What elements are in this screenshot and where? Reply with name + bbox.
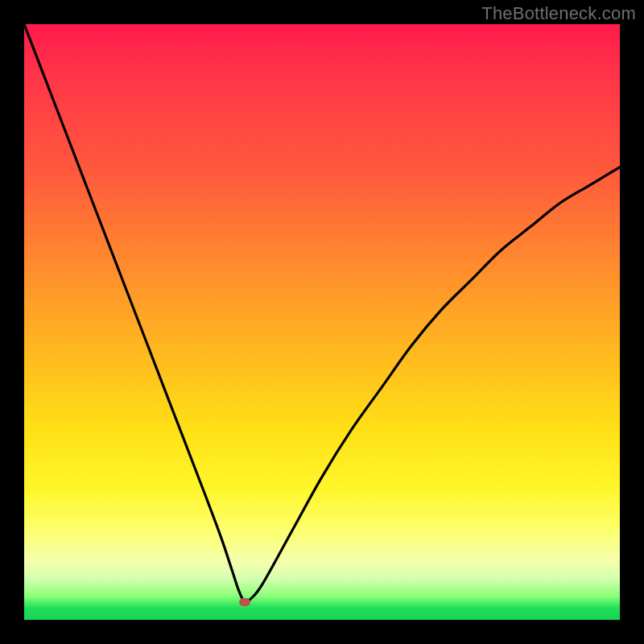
chart-frame: TheBottleneck.com <box>0 0 644 644</box>
bottleneck-curve <box>24 24 620 620</box>
optimum-marker <box>239 598 250 606</box>
plot-area <box>24 24 620 620</box>
watermark-text: TheBottleneck.com <box>481 3 636 24</box>
